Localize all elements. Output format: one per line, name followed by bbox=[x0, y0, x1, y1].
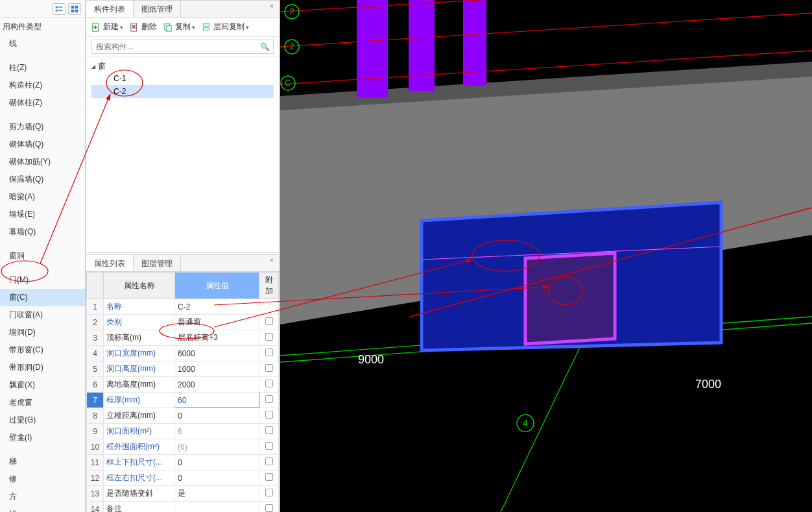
table-row[interactable]: 8立橦距离(mm)0 bbox=[87, 408, 279, 424]
close-icon[interactable]: × bbox=[267, 2, 276, 11]
tab-component-list[interactable]: 构件列表 bbox=[86, 1, 134, 17]
dim-label-right: 7000 bbox=[695, 378, 721, 391]
nav-item[interactable]: 带形窗(C) bbox=[0, 341, 85, 359]
checkbox[interactable] bbox=[265, 395, 273, 403]
table-row[interactable]: 11框上下扣尺寸(...0 bbox=[87, 455, 279, 470]
tab-drawing-manage[interactable]: 图纸管理 bbox=[134, 1, 181, 17]
svg-text:2: 2 bbox=[289, 6, 294, 16]
nav-item[interactable]: 修 bbox=[0, 470, 85, 488]
col-index bbox=[87, 273, 104, 299]
svg-rect-16 bbox=[204, 23, 209, 26]
dim-label-left: 9000 bbox=[358, 353, 384, 366]
table-row[interactable]: 12框左右扣尺寸(...0 bbox=[87, 470, 279, 486]
checkbox[interactable] bbox=[265, 411, 273, 419]
view-mode-grid-icon[interactable] bbox=[68, 3, 81, 15]
nav-item[interactable]: 幕墙(Q) bbox=[0, 223, 85, 241]
svg-rect-15 bbox=[166, 25, 171, 31]
property-panel: 属性列表 图层管理 × 属性名称 属性值 附加 1名称C-22类别普通窗3顶标高… bbox=[86, 254, 280, 512]
table-row[interactable]: 3顶标高(m)层底标高+3 bbox=[87, 330, 279, 346]
nav-item[interactable]: 砌体加筋(Y) bbox=[0, 153, 85, 171]
nav-item[interactable]: 飘窗(X) bbox=[0, 376, 85, 394]
property-table: 属性名称 属性值 附加 1名称C-22类别普通窗3顶标高(m)层底标高+34洞口… bbox=[86, 272, 279, 512]
svg-rect-0 bbox=[56, 6, 58, 8]
table-row[interactable]: 1名称C-2 bbox=[87, 299, 279, 315]
table-row[interactable]: 13是否随墙变斜是 bbox=[87, 486, 279, 502]
nav-item[interactable]: 老虎窗 bbox=[0, 394, 85, 411]
checkbox[interactable] bbox=[265, 504, 273, 512]
nav-item[interactable]: 柱(Z) bbox=[0, 59, 85, 77]
nav-item[interactable]: 线 bbox=[0, 35, 85, 53]
table-row[interactable]: 6离地高度(mm)2000 bbox=[87, 377, 279, 393]
col-name: 属性名称 bbox=[104, 273, 175, 299]
svg-text:C: C bbox=[285, 78, 291, 88]
nav-item[interactable]: 暗梁(A) bbox=[0, 188, 85, 206]
nav-item[interactable]: 门(M) bbox=[0, 271, 85, 289]
tree-item[interactable]: C-1 bbox=[91, 72, 274, 85]
tab-property-list[interactable]: 属性列表 bbox=[86, 255, 134, 271]
nav-item[interactable]: 梯 bbox=[0, 453, 85, 470]
checkbox[interactable] bbox=[265, 457, 273, 465]
nav-item[interactable]: 墙洞(D) bbox=[0, 324, 85, 341]
checkbox[interactable] bbox=[265, 380, 273, 387]
nav-item[interactable]: 线 bbox=[0, 506, 85, 512]
close-icon[interactable]: × bbox=[267, 256, 276, 265]
delete-button[interactable]: 删除 bbox=[130, 21, 157, 32]
checkbox[interactable] bbox=[265, 364, 273, 372]
nav-item[interactable]: 墙垛(E) bbox=[0, 206, 85, 223]
svg-rect-6 bbox=[71, 10, 75, 13]
table-row[interactable]: 5洞口高度(mm)1000 bbox=[87, 361, 279, 377]
tree-item[interactable]: C-2 bbox=[91, 85, 274, 98]
3d-viewport[interactable]: 2 2 C 4 9000 7000 bbox=[280, 0, 812, 512]
table-row[interactable]: 2类别普通窗 bbox=[87, 315, 279, 330]
svg-line-28 bbox=[501, 323, 591, 512]
svg-marker-30 bbox=[525, 253, 615, 344]
table-row[interactable]: 14备注 bbox=[87, 502, 279, 513]
nav-item[interactable]: 砌体柱(Z) bbox=[0, 94, 85, 112]
nav-item[interactable]: 壁龛(I) bbox=[0, 429, 85, 446]
svg-rect-1 bbox=[58, 6, 62, 8]
tab-layer-manage[interactable]: 图层管理 bbox=[134, 255, 181, 271]
table-row[interactable]: 4洞口宽度(mm)6000 bbox=[87, 346, 279, 361]
nav-item[interactable]: 剪力墙(Q) bbox=[0, 118, 85, 136]
nav-item[interactable]: 过梁(G) bbox=[0, 411, 85, 429]
col-extra: 附加 bbox=[259, 273, 279, 299]
search-input[interactable] bbox=[91, 40, 274, 54]
table-row[interactable]: 7框厚(mm)60 bbox=[87, 393, 279, 408]
checkbox[interactable] bbox=[265, 426, 273, 434]
svg-text:2: 2 bbox=[289, 42, 294, 51]
svg-rect-20 bbox=[357, 0, 388, 97]
checkbox[interactable] bbox=[265, 348, 273, 356]
svg-rect-2 bbox=[56, 10, 58, 12]
checkbox[interactable] bbox=[265, 473, 273, 481]
left-nav-panel: 用构件类型 线柱(Z)构造柱(Z)砌体柱(Z)剪力墙(Q)砌体墙(Q)砌体加筋(… bbox=[0, 0, 86, 512]
new-button[interactable]: 新建▾ bbox=[91, 21, 123, 32]
view-mode-list-icon[interactable] bbox=[53, 3, 66, 15]
checkbox[interactable] bbox=[265, 489, 273, 496]
nav-item[interactable]: 窗洞 bbox=[0, 247, 85, 265]
checkbox[interactable] bbox=[265, 333, 273, 341]
nav-item[interactable]: 构造柱(Z) bbox=[0, 77, 85, 94]
nav-item[interactable]: 保温墙(Q) bbox=[0, 171, 85, 188]
col-value: 属性值 bbox=[175, 273, 259, 299]
nav-item[interactable]: 窗(C) bbox=[0, 289, 85, 306]
table-row[interactable]: 9洞口面积(m²)6 bbox=[87, 424, 279, 439]
new-button-label: 新建 bbox=[103, 21, 119, 32]
nav-item[interactable]: 门联窗(A) bbox=[0, 306, 85, 324]
component-tree: 窗 C-1C-2 bbox=[86, 57, 279, 252]
middle-column: 构件列表 图纸管理 × 新建▾ 删除 复制▾ 层间复制▾ 🔍 bbox=[86, 0, 280, 512]
checkbox[interactable] bbox=[265, 317, 273, 325]
table-row[interactable]: 10框外围面积(m²)(6) bbox=[87, 439, 279, 455]
nav-item[interactable]: 砌体墙(Q) bbox=[0, 136, 85, 153]
svg-rect-3 bbox=[58, 10, 62, 12]
layer-copy-button[interactable]: 层间复制▾ bbox=[202, 21, 249, 32]
nav-section-label: 用构件类型 bbox=[0, 18, 85, 35]
nav-item[interactable]: 方 bbox=[0, 488, 85, 506]
svg-rect-7 bbox=[75, 10, 78, 13]
copy-button[interactable]: 复制▾ bbox=[163, 21, 195, 32]
svg-rect-21 bbox=[409, 0, 435, 91]
checkbox[interactable] bbox=[265, 442, 273, 450]
svg-rect-5 bbox=[75, 6, 78, 9]
tree-root-node[interactable]: 窗 bbox=[91, 61, 274, 72]
layer-copy-button-label: 层间复制 bbox=[213, 21, 245, 32]
nav-item[interactable]: 带形洞(D) bbox=[0, 359, 85, 376]
